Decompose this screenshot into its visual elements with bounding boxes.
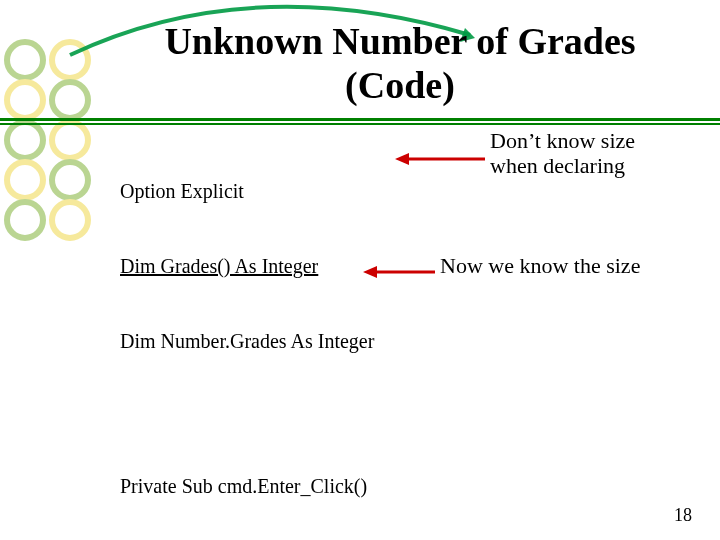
content-area: Unknown Number of Grades (Code) Don’t kn… <box>0 0 720 540</box>
slide: Unknown Number of Grades (Code) Don’t kn… <box>0 0 720 540</box>
svg-marker-13 <box>395 153 409 165</box>
code-line: Option Explicit <box>120 179 680 204</box>
code-line: Dim Number.Grades As Integer <box>120 329 680 354</box>
slide-body: Don’t know size when declaring Now we kn… <box>120 129 680 540</box>
title-line-2: (Code) <box>345 64 455 106</box>
code-block-sub: Private Sub cmd.Enter_Click() Number.Gra… <box>120 424 680 540</box>
arrow-left-icon <box>363 264 435 280</box>
slide-title: Unknown Number of Grades (Code) <box>120 20 680 107</box>
annotation-line-2: when declaring <box>490 153 625 178</box>
svg-marker-15 <box>363 266 377 278</box>
annotation-now-we-know: Now we know the size <box>440 254 690 278</box>
code-line: Private Sub cmd.Enter_Click() <box>120 474 680 499</box>
page-number: 18 <box>674 505 692 526</box>
title-line-1: Unknown Number of Grades <box>164 20 635 62</box>
annotation-text: Now we know the size <box>440 253 640 278</box>
spacer <box>120 404 680 424</box>
annotation-dont-know-size: Don’t know size when declaring <box>490 129 690 177</box>
arrow-left-icon <box>395 151 485 167</box>
annotation-line-1: Don’t know size <box>490 128 635 153</box>
